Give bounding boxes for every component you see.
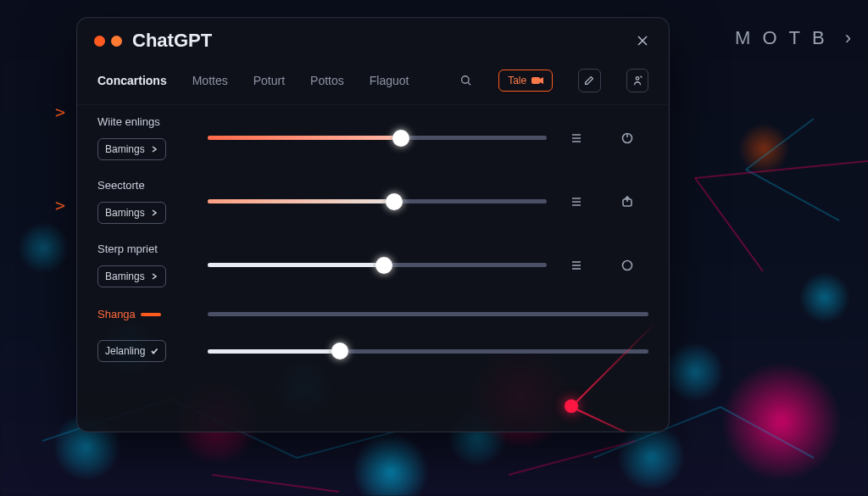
slider-3[interactable]: [208, 258, 547, 273]
tab-concartions[interactable]: Concartions: [97, 74, 167, 87]
row-label-shanga: Shanga: [97, 308, 191, 320]
svg-point-30: [623, 260, 632, 270]
menu-icon: [570, 195, 583, 209]
dropdown-label: Bamings: [105, 207, 145, 219]
app-title: ChatGPT: [132, 30, 212, 52]
tab-flaguot[interactable]: Flaguot: [370, 74, 409, 87]
content-area: Wiite enlings Bamings Seectorte: [77, 105, 669, 376]
list-button-3[interactable]: [564, 253, 589, 278]
tale-chip-label: Tale: [508, 75, 526, 86]
person-raise-icon: [632, 75, 643, 86]
row-label: Seectorte: [97, 179, 191, 192]
svg-rect-15: [531, 77, 540, 84]
row-shanga: Shanga: [97, 306, 648, 321]
row-label: Wiite enlings: [97, 115, 191, 128]
power-button-1[interactable]: [615, 125, 640, 151]
dropdown-jelanling[interactable]: Jelanling: [97, 340, 166, 362]
slider-1[interactable]: [208, 131, 547, 146]
circle-icon: [620, 259, 634, 272]
close-button[interactable]: [633, 31, 652, 50]
svg-point-16: [636, 77, 639, 81]
titlebar: ChatGPT: [77, 18, 669, 57]
chevron-right-icon: [150, 145, 159, 153]
bg-prompt-glyph-1: >: [55, 102, 65, 122]
tab-pottos[interactable]: Pottos: [310, 74, 344, 87]
slider-shanga[interactable]: [208, 306, 648, 321]
row-seectorte: Seectorte Bamings: [97, 179, 648, 224]
svg-line-14: [468, 82, 470, 85]
dropdown-bamings-2[interactable]: Bamings: [97, 202, 166, 224]
row-jelanling: Jelanling: [97, 340, 648, 362]
dropdown-label: Bamings: [105, 143, 145, 155]
dropdown-label: Bamings: [105, 270, 145, 282]
tale-chip[interactable]: Tale: [498, 70, 553, 92]
tab-poturt[interactable]: Poturt: [253, 74, 285, 87]
list-button-1[interactable]: [564, 125, 589, 151]
shanga-accent-mark: [141, 313, 161, 316]
row-label: Sterp mpriet: [97, 242, 191, 255]
bg-prompt-glyph-2: >: [55, 195, 65, 215]
settings-panel: ChatGPT Concartions Mottes Poturt Pottos…: [76, 17, 670, 432]
slider-2[interactable]: [208, 194, 547, 209]
overlay-red-line: [571, 406, 665, 432]
pencil-icon: [583, 75, 595, 86]
person-button[interactable]: [626, 69, 648, 92]
tab-mottes[interactable]: Mottes: [192, 74, 228, 87]
close-icon: [637, 35, 648, 47]
window-dots: [94, 36, 122, 47]
dropdown-label: Jelanling: [105, 345, 145, 357]
row-wiite-enlings: Wiite enlings Bamings: [97, 115, 648, 160]
window-dot-1[interactable]: [94, 36, 105, 47]
circle-button-3[interactable]: [615, 253, 640, 278]
power-icon: [620, 131, 634, 145]
tab-bar: Concartions Mottes Poturt Pottos Flaguot…: [77, 57, 669, 105]
menu-icon: [570, 259, 583, 272]
check-icon: [150, 347, 159, 355]
menu-icon: [570, 131, 583, 145]
export-button-2[interactable]: [615, 189, 640, 215]
bg-top-text: MOTB›: [735, 27, 851, 49]
chevron-right-icon: [150, 209, 159, 217]
chevron-right-icon: [150, 272, 159, 281]
dropdown-bamings-3[interactable]: Bamings: [97, 265, 166, 287]
slider-bottom[interactable]: [208, 343, 648, 359]
export-icon: [620, 195, 634, 209]
search-icon[interactable]: [459, 73, 473, 88]
svg-point-13: [462, 76, 469, 83]
camera-icon: [531, 76, 543, 85]
edit-button[interactable]: [578, 69, 600, 92]
svg-line-17: [640, 76, 642, 78]
row-sterp-mpriet: Sterp mpriet Bamings: [97, 242, 648, 287]
window-dot-2[interactable]: [111, 36, 122, 47]
list-button-2[interactable]: [564, 189, 589, 215]
dropdown-bamings-1[interactable]: Bamings: [97, 138, 166, 160]
